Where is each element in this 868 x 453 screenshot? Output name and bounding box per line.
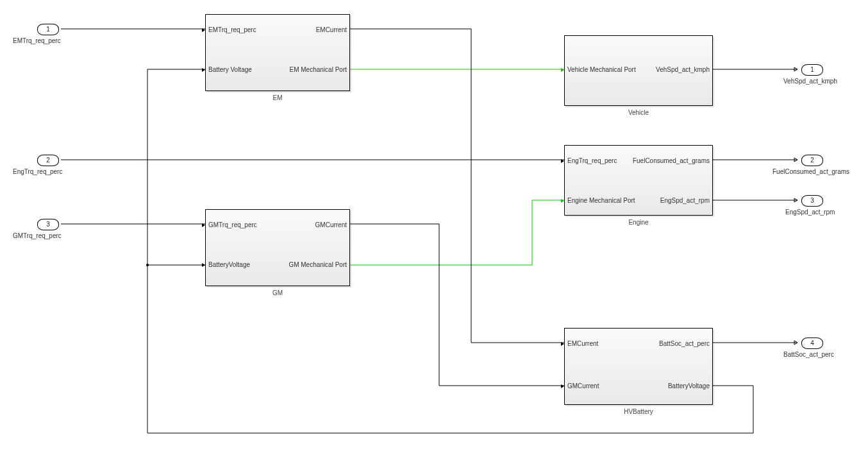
line-emcurrent [349, 29, 564, 343]
inport-1-num: 1 [46, 26, 50, 33]
em-name: EM [206, 94, 349, 101]
block-em[interactable]: EMTrq_req_perc Battery Voltage EMCurrent… [205, 14, 350, 91]
batt-out2: BatteryVoltage [668, 382, 710, 389]
block-gm[interactable]: GMTrq_req_perc BatteryVoltage GMCurrent … [205, 209, 350, 286]
engine-out1: FuelConsumed_act_grams [633, 157, 710, 164]
outport-3-label: EngSpd_act_rpm [785, 209, 835, 216]
vehicle-name: Vehicle [565, 109, 712, 116]
em-out2: EM Mechanical Port [290, 66, 347, 73]
engine-out2: EngSpd_act_rpm [660, 197, 710, 204]
block-engine[interactable]: EngTrq_req_perc Engine Mechanical Port F… [564, 145, 713, 216]
outport-4[interactable]: 4 [801, 338, 823, 349]
gm-out1: GMCurrent [315, 221, 347, 228]
engine-in1: EngTrq_req_perc [567, 157, 617, 164]
outport-2-label: FuelConsumed_act_grams [772, 168, 849, 175]
gm-in2: BatteryVoltage [208, 261, 250, 268]
em-in1: EMTrq_req_perc [208, 26, 256, 33]
inport-2-label: EngTrq_req_perc [13, 168, 62, 175]
simulink-canvas[interactable]: 1 EMTrq_req_perc 2 EngTrq_req_perc 3 GMT… [0, 0, 868, 453]
outport-3-num: 3 [810, 197, 814, 204]
batt-in1: EMCurrent [567, 340, 598, 347]
inport-2[interactable]: 2 [37, 155, 59, 166]
gm-out2: GM Mechanical Port [288, 261, 347, 268]
em-out1: EMCurrent [316, 26, 347, 33]
inport-1[interactable]: 1 [37, 24, 59, 35]
batt-in2: GMCurrent [567, 382, 599, 389]
gm-name: GM [206, 289, 349, 296]
batt-out1: BattSoc_act_perc [659, 340, 710, 347]
signal-lines [0, 0, 868, 453]
outport-1-num: 1 [810, 66, 814, 73]
line-gmcurrent [349, 224, 564, 386]
outport-2[interactable]: 2 [801, 155, 823, 166]
inport-3-label: GMTrq_req_perc [13, 232, 62, 239]
svg-point-0 [146, 264, 149, 266]
inport-3-num: 3 [46, 221, 50, 228]
outport-4-label: BattSoc_act_perc [783, 351, 834, 358]
outport-2-num: 2 [810, 157, 814, 164]
vehicle-out1: VehSpd_act_kmph [656, 66, 710, 73]
batt-name: HVBattery [565, 408, 712, 415]
line-gm-mech [349, 200, 564, 265]
block-hvbattery[interactable]: EMCurrent GMCurrent BattSoc_act_perc Bat… [564, 328, 713, 405]
gm-in1: GMTrq_req_perc [208, 221, 257, 228]
em-in2: Battery Voltage [208, 66, 252, 73]
inport-1-label: EMTrq_req_perc [13, 37, 61, 44]
outport-1[interactable]: 1 [801, 64, 823, 76]
engine-name: Engine [565, 219, 712, 226]
outport-1-label: VehSpd_act_kmph [783, 78, 837, 85]
block-vehicle[interactable]: Vehicle Mechanical Port VehSpd_act_kmph … [564, 35, 713, 106]
inport-2-num: 2 [46, 157, 50, 164]
inport-3[interactable]: 3 [37, 219, 59, 230]
vehicle-in1: Vehicle Mechanical Port [567, 66, 636, 73]
engine-in2: Engine Mechanical Port [567, 197, 635, 204]
outport-4-num: 4 [810, 339, 814, 346]
outport-3[interactable]: 3 [801, 195, 823, 207]
